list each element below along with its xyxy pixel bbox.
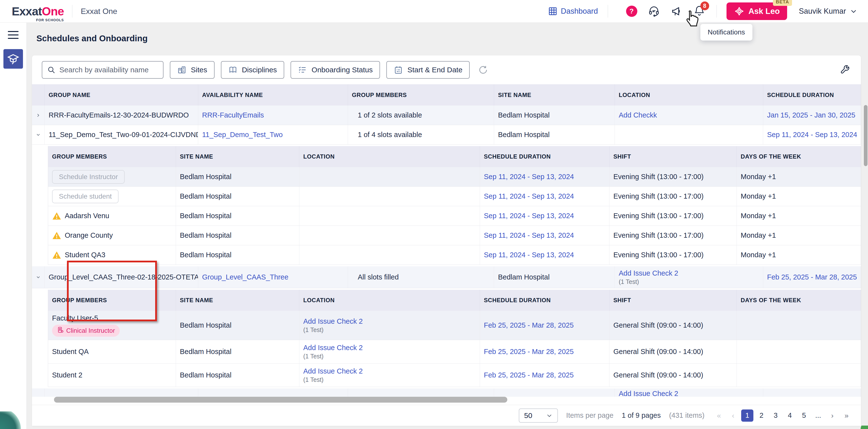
member-row[interactable]: Aadarsh VenuBedlam HospitalSep 11, 2024 … — [48, 206, 861, 226]
location-link[interactable]: Add Checkk — [619, 111, 657, 119]
ask-leo-label: Ask Leo — [748, 7, 780, 16]
ask-leo-button[interactable]: Ask Leo BETA — [726, 2, 787, 20]
notification-count-badge: 8 — [700, 1, 709, 10]
decorative-corner-graphic — [0, 411, 23, 429]
chevron-down-icon — [546, 412, 553, 419]
schedule-duration-link[interactable]: Sep 11, 2024 - Sep 13, 2024 — [484, 212, 574, 220]
schedule-duration-link[interactable]: Jan 15, 2025 - Jan 30, 2025 — [767, 111, 855, 119]
schedule-duration-cell: Sep 11, 2024 - Sep 13, 2024 — [480, 226, 610, 245]
sites-icon — [177, 65, 186, 74]
nested-members-table: GROUP MEMBERSSITE NAMELOCATIONSCHEDULE D… — [48, 290, 861, 387]
vertical-scrollbar-thumb[interactable] — [864, 105, 868, 166]
member-row[interactable]: Schedule studentBedlam HospitalSep 11, 2… — [48, 187, 861, 206]
location-cell — [299, 206, 480, 225]
filter-start-end-date-button[interactable]: Start & End Date — [386, 61, 470, 79]
table-settings-wrench-icon[interactable] — [840, 64, 851, 75]
header-divider — [716, 5, 717, 18]
availability-link[interactable]: Group_Level_CAAS_Three — [202, 273, 288, 281]
column-header: SCHEDULE DURATION — [480, 146, 610, 167]
previous-page-button[interactable]: ‹ — [727, 409, 739, 422]
schedule-duration-link[interactable]: Feb 25, 2025 - Mar 28, 2025 — [484, 371, 574, 379]
dashboard-link[interactable]: Dashboard — [548, 7, 598, 16]
member-row[interactable]: Student 2Bedlam HospitalAdd Issue Check … — [48, 364, 861, 387]
search-box[interactable] — [42, 61, 163, 79]
schedule-duration-link[interactable]: Sep 11, 2024 - Sep 13, 2024 — [484, 173, 574, 181]
location-subtext: (1 Test) — [303, 327, 323, 334]
empty-cell — [494, 389, 615, 397]
location-link[interactable]: Add Issue Check 2 — [303, 317, 363, 326]
member-row[interactable]: Student QA3Bedlam HospitalSep 11, 2024 -… — [48, 245, 861, 265]
leo-spark-icon — [734, 6, 745, 17]
member-row[interactable]: Faculty User-5Clinical InstructorBedlam … — [48, 311, 861, 340]
logo-text-exxat: Exxat — [12, 5, 42, 18]
page-number-button[interactable]: 2 — [755, 409, 768, 422]
schedule-duration-link[interactable]: Feb 25, 2025 - Mar 28, 2025 — [484, 348, 574, 356]
group-name-cell: 11_Sep_Demo_Test_Two-09-01-2024-CIJVDND — [45, 125, 198, 144]
schedule-duration-link[interactable]: Sep 11, 2024 - Sep 13, 2024 — [484, 192, 574, 200]
location-cell — [615, 125, 763, 144]
group-row[interactable]: 11_Sep_Demo_Test_Two-09-01-2024-CIJVDND1… — [32, 125, 861, 145]
dashboard-grid-icon — [548, 7, 557, 16]
location-link[interactable]: Add Issue Check 2 — [619, 269, 678, 277]
horizontal-scrollbar[interactable] — [32, 397, 861, 403]
sidebar-item-schedules[interactable] — [3, 49, 23, 69]
availability-link[interactable]: RRR-FacultyEmails — [202, 111, 264, 119]
schedule-duration-link[interactable]: Feb 25, 2025 - Mar 28, 2025 — [484, 321, 574, 329]
shift-cell: Evening Shift (13:00 - 17:00) — [610, 245, 737, 265]
member-name: Aadarsh Venu — [65, 212, 109, 220]
last-page-button[interactable]: » — [840, 409, 852, 422]
hamburger-menu-icon[interactable] — [8, 31, 19, 39]
filter-onboarding-status-button[interactable]: Onboarding Status — [290, 61, 380, 79]
collapse-row-button[interactable] — [32, 266, 45, 288]
page-number-button[interactable]: 3 — [770, 409, 782, 422]
availability-link[interactable]: 11_Sep_Demo_Test_Two — [202, 131, 283, 139]
days-of-week-cell — [737, 364, 861, 387]
schedule-slot-button[interactable]: Schedule Instructor — [52, 170, 125, 184]
location-cell: Add Issue Check 2 — [615, 389, 763, 397]
expand-row-button[interactable] — [32, 105, 45, 125]
first-page-button[interactable]: « — [713, 409, 725, 422]
schedule-duration-link[interactable]: Feb 25, 2025 - Mar 28, 2025 — [767, 273, 857, 281]
location-link[interactable]: Add Issue Check 2 — [303, 367, 363, 375]
support-headset-icon[interactable] — [648, 5, 660, 17]
page-number-button[interactable]: 1 — [741, 409, 753, 422]
schedule-duration-cell: Sep 11, 2024 - Sep 13, 2024 — [480, 245, 610, 265]
refresh-icon[interactable] — [478, 65, 488, 75]
schedule-duration-link[interactable]: Sep 11, 2024 - Sep 13, 2024 — [484, 232, 574, 239]
filter-disciplines-button[interactable]: Disciplines — [221, 61, 284, 79]
member-row[interactable]: Orange CountyBedlam HospitalSep 11, 2024… — [48, 226, 861, 245]
page-number-button[interactable]: 5 — [798, 409, 810, 422]
warning-icon — [52, 251, 61, 259]
collapse-row-button[interactable] — [32, 125, 45, 144]
filter-label: Start & End Date — [407, 66, 462, 74]
help-icon[interactable]: ? — [626, 6, 637, 17]
member-row[interactable]: Student QABedlam HospitalAdd Issue Check… — [48, 340, 861, 364]
shift-cell: General Shift (09:00 - 14:00) — [610, 340, 737, 363]
location-cell: Add Issue Check 2(1 Test) — [615, 266, 763, 288]
group-row[interactable]: RRR-FacultyEmails-12-30-2024-BUDWRDORRR-… — [32, 105, 861, 125]
page-size-select[interactable]: 50 — [519, 408, 558, 423]
schedule-duration-link[interactable]: Sep 11, 2024 - Sep 13, 2024 — [767, 131, 857, 139]
member-row[interactable]: Schedule InstructorBedlam HospitalSep 11… — [48, 167, 861, 187]
location-subtext: (1 Test) — [619, 278, 639, 285]
left-sidebar — [0, 23, 27, 429]
site-name-cell: Bedlam Hospital — [176, 187, 299, 206]
horizontal-scrollbar-thumb[interactable] — [54, 397, 507, 403]
group-row-partial[interactable]: Add Issue Check 2 — [32, 389, 861, 397]
announcements-megaphone-icon[interactable] — [671, 5, 683, 17]
exxat-logo[interactable]: ExxatOne FOR SCHOOLS — [12, 5, 64, 18]
filter-sites-button[interactable]: Sites — [170, 61, 215, 79]
location-link[interactable]: Add Issue Check 2 — [619, 390, 678, 397]
schedule-duration-link[interactable]: Sep 11, 2024 - Sep 13, 2024 — [484, 251, 574, 259]
group-row[interactable]: Group_Level_CAAS_Three-02-18-2025-OTETAI… — [32, 266, 861, 288]
user-menu[interactable]: Sauvik Kumar — [799, 7, 857, 16]
next-page-button[interactable]: › — [826, 409, 838, 422]
search-input[interactable] — [59, 66, 158, 74]
filter-toolbar: Sites Disciplines Onbo — [32, 56, 861, 84]
page-number-button[interactable]: 4 — [784, 409, 796, 422]
schedule-slot-button[interactable]: Schedule student — [52, 190, 119, 203]
location-link[interactable]: Add Issue Check 2 — [303, 344, 363, 352]
member-name-with-role: Faculty User-5Clinical Instructor — [52, 314, 120, 337]
shift-cell: Evening Shift (13:00 - 17:00) — [610, 167, 737, 186]
expander-header-cell — [32, 84, 45, 105]
